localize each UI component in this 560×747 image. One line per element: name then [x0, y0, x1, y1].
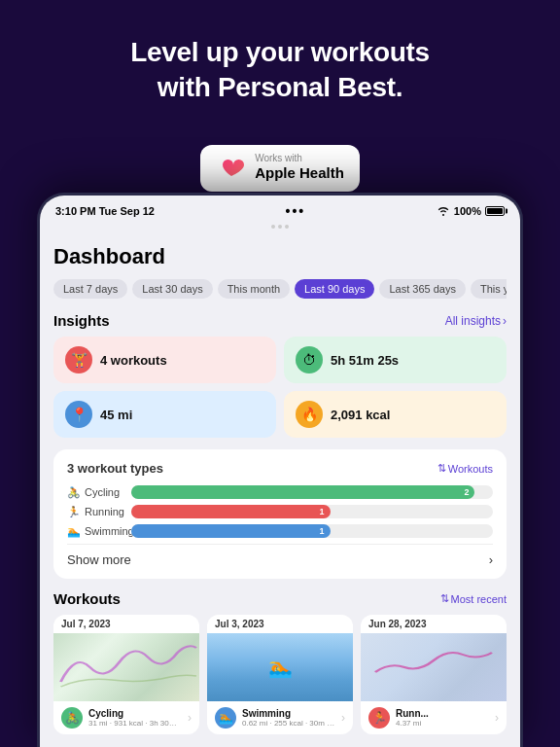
workouts-section-header: Workouts ⇅ Most recent	[53, 590, 507, 607]
battery-pct: 100%	[454, 205, 481, 217]
swimming-emoji: 🏊	[67, 525, 81, 538]
cycling-name: Cycling	[88, 708, 182, 719]
filter-last30[interactable]: Last 30 days	[132, 279, 212, 299]
workouts-title: Workouts	[53, 590, 121, 607]
swimmer-icon: 🏊	[268, 656, 293, 679]
workout-type-cycling: 🚴 Cycling 2	[67, 485, 493, 499]
swimming-bar: 1	[131, 524, 331, 538]
filter-last7[interactable]: Last 7 days	[53, 279, 127, 299]
swimming-bar-container: 1	[131, 524, 493, 538]
distance-icon: 📍	[65, 401, 92, 428]
cycling-date: Jul 7, 2023	[53, 615, 199, 629]
running-emoji: 🏃	[67, 506, 81, 518]
filter-last365[interactable]: Last 365 days	[379, 279, 466, 299]
cycling-type-icon: 🚴	[61, 707, 83, 729]
status-bar: 3:10 PM Tue Sep 12 ••• 100%	[40, 196, 520, 223]
insights-title: Insights	[53, 312, 110, 329]
cycling-info: 🚴 Cycling 31 mi · 931 kcal · 3h 30m 5s ›	[53, 701, 199, 734]
workout-type-running: 🏃 Running 1	[67, 505, 493, 518]
swimming-date: Jul 3, 2023	[207, 615, 353, 629]
workout-types-card: 3 workout types ⇅ Workouts 🚴 Cycling 2	[53, 449, 507, 579]
cycling-bar: 2	[131, 485, 474, 499]
running-name: Runn...	[396, 708, 489, 719]
swimming-name: Swimming	[242, 708, 335, 719]
time-filter-bar: Last 7 days Last 30 days This month Last…	[53, 279, 507, 299]
time-value: 5h 51m 25s	[331, 353, 399, 368]
cycling-map-bg	[53, 633, 199, 701]
cycling-stats: 31 mi · 931 kcal · 3h 30m 5s	[88, 719, 182, 728]
dashboard-title: Dashboard	[53, 244, 507, 269]
phone-frame: 3:10 PM Tue Sep 12 ••• 100% Dashboard	[37, 193, 523, 747]
cycling-map	[53, 633, 199, 701]
chevron-right-icon: ›	[503, 314, 507, 328]
health-heart-icon	[216, 153, 247, 184]
running-bar: 1	[131, 505, 331, 518]
time-icon: ⏱	[296, 346, 323, 374]
camera-area	[40, 223, 520, 232]
all-insights-link[interactable]: All insights ›	[445, 314, 507, 328]
running-map	[361, 633, 507, 701]
swimming-info: 🏊 Swimming 0.62 mi · 255 kcal · 30m 58s …	[207, 701, 353, 734]
workout-card-cycling[interactable]: Jul 7, 2023 🚴	[53, 615, 199, 734]
insight-card-calories[interactable]: 🔥 2,091 kcal	[284, 391, 507, 438]
show-more-chevron: ›	[489, 552, 493, 567]
hero-headline: Level up your workouts with Personal Bes…	[39, 35, 521, 106]
running-chevron: ›	[495, 711, 499, 725]
workout-card-swimming[interactable]: Jul 3, 2023 🏊 🏊 Swimming 0.62 mi · 255 k…	[207, 615, 353, 734]
workout-count-value: 4 workouts	[100, 353, 167, 368]
filter-this-month[interactable]: This month	[218, 279, 290, 299]
sort-icon2: ⇅	[440, 592, 449, 605]
wifi-icon	[437, 205, 450, 218]
swimming-detail: Swimming 0.62 mi · 255 kcal · 30m 58s	[242, 708, 335, 728]
insights-header: Insights All insights ›	[53, 312, 507, 329]
swimming-chevron: ›	[341, 711, 345, 725]
swimming-label: 🏊 Swimming	[67, 525, 123, 538]
calories-value: 2,091 kcal	[331, 408, 390, 422]
running-bar-container: 1	[131, 505, 493, 518]
workout-types-header: 3 workout types ⇅ Workouts	[67, 461, 493, 476]
insight-card-time[interactable]: ⏱ 5h 51m 25s	[284, 337, 507, 383]
insight-card-workouts[interactable]: 🏋️ 4 workouts	[53, 337, 276, 383]
filter-this-year[interactable]: This year	[471, 279, 507, 299]
app-content: Dashboard Last 7 days Last 30 days This …	[40, 232, 520, 747]
status-dots: •••	[286, 203, 306, 219]
workout-type-swimming: 🏊 Swimming 1	[67, 524, 493, 538]
insight-card-distance[interactable]: 📍 45 mi	[53, 391, 276, 438]
distance-value: 45 mi	[100, 408, 132, 422]
cycling-emoji: 🚴	[67, 486, 81, 499]
filter-last90[interactable]: Last 90 days	[295, 279, 374, 299]
badge-text: Works with Apple Health	[255, 154, 344, 183]
workouts-sort[interactable]: ⇅ Most recent	[440, 592, 507, 605]
workouts-grid: Jul 7, 2023 🚴	[53, 615, 507, 734]
workout-card-running[interactable]: Jun 28, 2023 🏃 Runn...	[361, 615, 507, 734]
hero-section: Level up your workouts with Personal Bes…	[0, 0, 560, 129]
apple-health-badge[interactable]: Works with Apple Health	[200, 145, 360, 192]
cycling-label: 🚴 Cycling	[67, 486, 123, 499]
running-map-bg	[361, 633, 507, 701]
status-indicators: 100%	[437, 205, 505, 218]
workouts-sort-link[interactable]: ⇅ Workouts	[438, 462, 493, 475]
running-date: Jun 28, 2023	[361, 615, 507, 629]
cycling-detail: Cycling 31 mi · 931 kcal · 3h 30m 5s	[88, 708, 182, 728]
cycling-count: 2	[464, 487, 469, 497]
show-more-row[interactable]: Show more ›	[67, 544, 493, 567]
cycling-bar-container: 2	[131, 485, 493, 499]
running-type-icon: 🏃	[368, 707, 390, 729]
insight-grid: 🏋️ 4 workouts ⏱ 5h 51m 25s 📍 45 mi 🔥 2,0…	[53, 337, 507, 438]
swimming-map: 🏊	[207, 633, 353, 701]
swimming-stats: 0.62 mi · 255 kcal · 30m 58s	[242, 719, 335, 728]
swimming-count: 1	[320, 526, 325, 536]
swimming-type-icon: 🏊	[215, 707, 236, 729]
running-info: 🏃 Runn... 4.37 mi ›	[361, 701, 507, 734]
running-detail: Runn... 4.37 mi	[396, 708, 489, 728]
status-time: 3:10 PM Tue Sep 12	[55, 205, 155, 217]
running-count: 1	[320, 507, 325, 516]
workout-types-title: 3 workout types	[67, 461, 163, 476]
running-label: 🏃 Running	[67, 506, 123, 518]
battery-icon	[485, 206, 505, 216]
dashboard-scroll[interactable]: Dashboard Last 7 days Last 30 days This …	[40, 232, 520, 747]
workouts-section: Workouts ⇅ Most recent Jul 7, 2023	[53, 590, 507, 734]
workout-count-icon: 🏋️	[65, 346, 92, 374]
swimming-map-bg: 🏊	[207, 633, 353, 701]
sort-icon: ⇅	[438, 462, 446, 475]
